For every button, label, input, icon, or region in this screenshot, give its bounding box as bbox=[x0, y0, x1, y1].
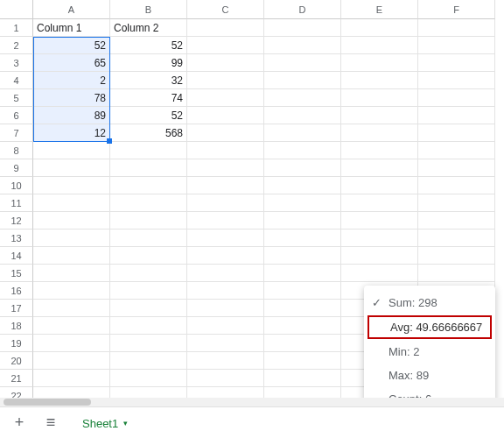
cell[interactable] bbox=[187, 230, 264, 247]
cell[interactable] bbox=[264, 37, 341, 54]
cell[interactable] bbox=[418, 54, 495, 72]
cell[interactable] bbox=[341, 194, 418, 212]
cell-B2[interactable]: 52 bbox=[110, 37, 187, 54]
cell[interactable] bbox=[264, 247, 341, 265]
cell[interactable] bbox=[418, 194, 495, 212]
sheet-tab-active[interactable]: Sheet1 ▾ bbox=[70, 411, 140, 435]
col-header-F[interactable]: F bbox=[418, 0, 495, 19]
cell[interactable] bbox=[187, 19, 264, 37]
cell-A1[interactable]: Column 1 bbox=[33, 19, 110, 37]
stat-max[interactable]: Max: 89 bbox=[364, 364, 495, 387]
cell-B7[interactable]: 568 bbox=[110, 124, 187, 142]
row-header[interactable]: 6 bbox=[0, 107, 33, 124]
cell-B3[interactable]: 99 bbox=[110, 54, 187, 72]
cell[interactable] bbox=[187, 194, 264, 212]
cell[interactable] bbox=[33, 265, 110, 282]
row-header[interactable]: 14 bbox=[0, 247, 33, 265]
cell[interactable] bbox=[341, 230, 418, 247]
horizontal-scrollbar[interactable] bbox=[0, 398, 504, 406]
cell[interactable] bbox=[33, 159, 110, 177]
cell[interactable] bbox=[341, 177, 418, 194]
cell[interactable] bbox=[187, 317, 264, 335]
cell[interactable] bbox=[264, 124, 341, 142]
cell[interactable] bbox=[33, 177, 110, 194]
cell-A6[interactable]: 89 bbox=[33, 107, 110, 124]
row-header[interactable]: 18 bbox=[0, 317, 33, 335]
cell[interactable] bbox=[341, 212, 418, 230]
cell[interactable] bbox=[341, 159, 418, 177]
cell[interactable] bbox=[33, 370, 110, 387]
cell[interactable] bbox=[264, 177, 341, 194]
cell[interactable] bbox=[418, 89, 495, 107]
cell[interactable] bbox=[341, 19, 418, 37]
cell[interactable] bbox=[187, 247, 264, 265]
cell[interactable] bbox=[110, 335, 187, 352]
cell[interactable] bbox=[418, 212, 495, 230]
row-header[interactable]: 21 bbox=[0, 370, 33, 387]
cell[interactable] bbox=[187, 124, 264, 142]
cell-B4[interactable]: 32 bbox=[110, 72, 187, 89]
col-header-D[interactable]: D bbox=[264, 0, 341, 19]
cell[interactable] bbox=[264, 317, 341, 335]
col-header-C[interactable]: C bbox=[187, 0, 264, 19]
cell-A2[interactable]: 52 bbox=[33, 37, 110, 54]
cell[interactable] bbox=[418, 124, 495, 142]
row-header[interactable]: 15 bbox=[0, 265, 33, 282]
cell[interactable] bbox=[187, 335, 264, 352]
row-header[interactable]: 8 bbox=[0, 142, 33, 159]
cell-A3[interactable]: 65 bbox=[33, 54, 110, 72]
cell[interactable] bbox=[264, 282, 341, 300]
cell[interactable] bbox=[341, 142, 418, 159]
cell[interactable] bbox=[418, 72, 495, 89]
cell[interactable] bbox=[110, 317, 187, 335]
row-header[interactable]: 3 bbox=[0, 54, 33, 72]
cell[interactable] bbox=[264, 335, 341, 352]
cell[interactable] bbox=[110, 159, 187, 177]
cell[interactable] bbox=[341, 107, 418, 124]
cell[interactable] bbox=[187, 89, 264, 107]
cell[interactable] bbox=[341, 265, 418, 282]
cell[interactable] bbox=[187, 159, 264, 177]
cell[interactable] bbox=[418, 159, 495, 177]
cell[interactable] bbox=[264, 370, 341, 387]
cell[interactable] bbox=[187, 265, 264, 282]
cell[interactable] bbox=[264, 265, 341, 282]
all-sheets-button[interactable]: ≡ bbox=[38, 411, 63, 435]
cell[interactable] bbox=[33, 194, 110, 212]
cell[interactable] bbox=[418, 37, 495, 54]
cell[interactable] bbox=[33, 230, 110, 247]
cell[interactable] bbox=[264, 212, 341, 230]
row-header[interactable]: 12 bbox=[0, 212, 33, 230]
cell[interactable] bbox=[187, 212, 264, 230]
cell[interactable] bbox=[418, 247, 495, 265]
cell[interactable] bbox=[264, 194, 341, 212]
cell[interactable] bbox=[341, 124, 418, 142]
cell[interactable] bbox=[264, 230, 341, 247]
col-header-B[interactable]: B bbox=[110, 0, 187, 19]
cell[interactable] bbox=[33, 335, 110, 352]
cell[interactable] bbox=[110, 370, 187, 387]
cell[interactable] bbox=[418, 177, 495, 194]
stat-avg[interactable]: Avg: 49.66666667 bbox=[368, 315, 492, 339]
cell-A4[interactable]: 2 bbox=[33, 72, 110, 89]
cell[interactable] bbox=[110, 142, 187, 159]
row-header[interactable]: 11 bbox=[0, 194, 33, 212]
cell-A7[interactable]: 12 bbox=[33, 124, 110, 142]
cell[interactable] bbox=[341, 54, 418, 72]
cell[interactable] bbox=[264, 142, 341, 159]
cell[interactable] bbox=[418, 19, 495, 37]
row-header[interactable]: 19 bbox=[0, 335, 33, 352]
cell[interactable] bbox=[33, 247, 110, 265]
stat-min[interactable]: Min: 2 bbox=[364, 340, 495, 364]
row-header[interactable]: 17 bbox=[0, 300, 33, 317]
col-header-A[interactable]: A bbox=[33, 0, 110, 19]
row-header[interactable]: 2 bbox=[0, 37, 33, 54]
cell-A5[interactable]: 78 bbox=[33, 89, 110, 107]
row-header[interactable]: 7 bbox=[0, 124, 33, 142]
cell[interactable] bbox=[187, 300, 264, 317]
cell[interactable] bbox=[187, 107, 264, 124]
cell[interactable] bbox=[33, 282, 110, 300]
cell[interactable] bbox=[110, 212, 187, 230]
cell[interactable] bbox=[341, 247, 418, 265]
cell[interactable] bbox=[33, 300, 110, 317]
